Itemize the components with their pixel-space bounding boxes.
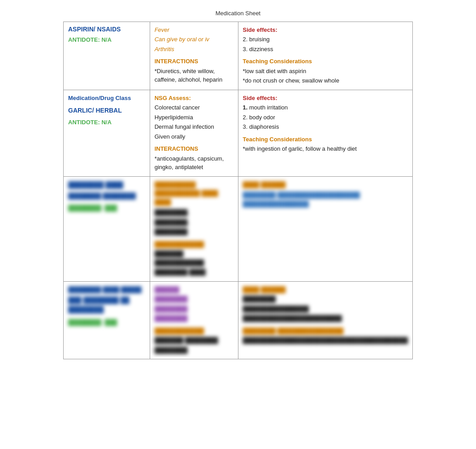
interactions-text-2: *anticoagulants, capsicum, gingko, antip…: [155, 154, 234, 172]
blurred-effects-cell-2: ████ ██████ ████████ ████████████████ ██…: [238, 281, 412, 359]
blurred-drug-cell-1: ████████ ████ ████████ ████████ ████████…: [64, 176, 150, 281]
interactions-label-2: INTERACTIONS: [155, 145, 199, 152]
garlic-assess-3: Dermal fungal infection: [155, 122, 234, 131]
garlic-assess-2: Hyperlipidemia: [155, 113, 234, 122]
interactions-text-1: *Diuretics, white willow, caffeine, alch…: [155, 67, 234, 84]
table-row: Medication/Drug Class GARLIC/ HERBAL ANT…: [64, 90, 413, 176]
table-row-blurred-1: ████████ ████ ████████ ████████ ████████…: [64, 176, 413, 281]
drug-name-1: ASPIRIN/ NSAIDS: [68, 26, 121, 33]
blurred-effects-cell-1: ████ ██████ ████████ ███████████████████…: [238, 176, 412, 281]
med-class-label-2: Medication/Drug Class: [68, 95, 131, 101]
aspirin-fever: Fever: [155, 26, 234, 35]
nsg-assess-cell-1: Fever Can give by oral or iv Arthritis I…: [150, 22, 238, 90]
garlic-assess-4: Given orally: [155, 132, 234, 141]
side-effects-label-2: Side effects:: [243, 95, 277, 101]
garlic-assess-1: Colorectal cancer: [155, 103, 234, 112]
side-effects-cell-2: Side effects: 1. mouth irritation 2. bod…: [238, 90, 412, 176]
drug-name-2: GARLIC/ HERBAL: [68, 107, 122, 114]
side-effects-label-1: Side effects:: [243, 26, 277, 33]
side-effects-cell-1: Side effects: 2. bruising 3. dizziness T…: [238, 22, 412, 90]
garlic-se-2: 2. body odor: [243, 113, 408, 122]
teaching-text-1-1: *low salt diet with aspirin: [243, 67, 408, 76]
se-bruising: 2. bruising: [243, 35, 408, 44]
nsg-assess-label-2: NSG Assess:: [155, 95, 191, 101]
blurred-nsg-cell-2: ██████ ████████ ████████ ████████ ██████…: [150, 281, 238, 359]
antidote-1: ANTIDOTE: N/A: [68, 36, 145, 43]
drug-info-cell-2: Medication/Drug Class GARLIC/ HERBAL ANT…: [64, 90, 150, 176]
aspirin-arthritis: Arthritis: [155, 45, 234, 54]
page-title: Medication Sheet: [9, 9, 467, 18]
aspirin-route: Can give by oral or iv: [155, 35, 234, 44]
teaching-text-2: *with ingestion of garlic, follow a heal…: [243, 144, 408, 153]
blurred-drug-cell-2: ████████ ████ █████ ███ ████████ ██ ████…: [64, 281, 150, 359]
antidote-2: ANTIDOTE: N/A: [68, 119, 145, 126]
medication-table: ASPIRIN/ NSAIDS ANTIDOTE: N/A Fever Can …: [63, 22, 413, 360]
garlic-se-3: 3. diaphoresis: [243, 122, 408, 131]
nsg-assess-cell-2: NSG Assess: Colorectal cancer Hyperlipid…: [150, 90, 238, 176]
table-row: ASPIRIN/ NSAIDS ANTIDOTE: N/A Fever Can …: [64, 22, 413, 90]
blurred-nsg-cell-1: ██████████ ███████████ ████ ████ ███████…: [150, 176, 238, 281]
teaching-label-2: Teaching Considerations: [243, 136, 312, 143]
teaching-label-1: Teaching Considerations: [243, 58, 312, 65]
se-dizziness: 3. dizziness: [243, 45, 408, 54]
interactions-label-1: INTERACTIONS: [155, 58, 199, 65]
garlic-se-1: 1. mouth irritation: [243, 103, 408, 112]
drug-info-cell-1: ASPIRIN/ NSAIDS ANTIDOTE: N/A: [64, 22, 150, 90]
teaching-text-1-2: *do not crush or chew, swallow whole: [243, 76, 408, 85]
table-row-blurred-2: ████████ ████ █████ ███ ████████ ██ ████…: [64, 281, 413, 359]
